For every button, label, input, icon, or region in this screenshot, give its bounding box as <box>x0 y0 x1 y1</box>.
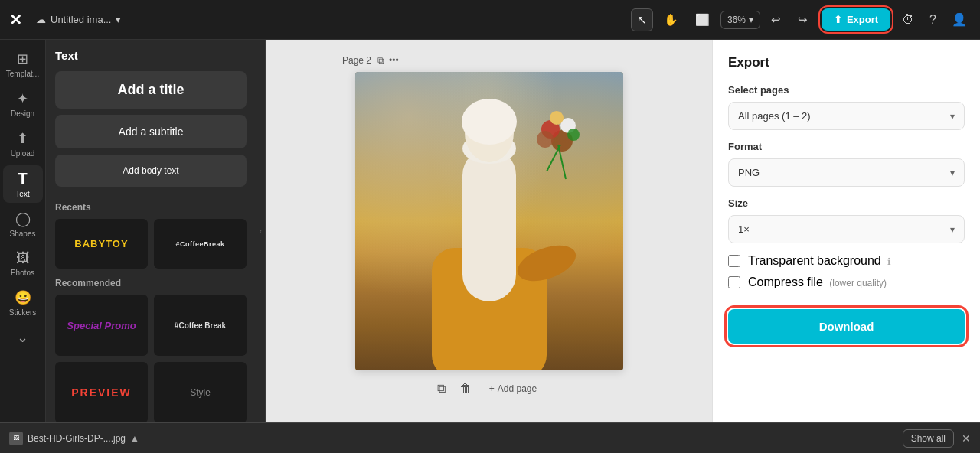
zoom-level: 36% <box>727 15 746 25</box>
coffeebreak-text: #CoffeeBreak <box>175 240 224 248</box>
sidebar-item-templates[interactable]: ⊞ Templat... <box>3 46 43 83</box>
size-dropdown[interactable]: 1× ▾ <box>728 215 965 243</box>
logo: ✕ <box>9 11 22 29</box>
rec-preview[interactable]: PREVIEW <box>55 362 148 422</box>
recommended-grid: Special Promo #Coffee Break PREVIEW Styl… <box>55 295 247 422</box>
other-text: Style <box>190 387 211 398</box>
export-panel: Export Select pages All pages (1 – 2) ▾ … <box>712 40 980 422</box>
panel-collapse-handle[interactable]: ‹ <box>256 40 266 422</box>
bottom-chevron-up[interactable]: ▲ <box>130 433 139 444</box>
sidebar-item-design[interactable]: ✦ Design <box>3 86 43 122</box>
recents-label: Recents <box>55 202 247 213</box>
main-area: ⊞ Templat... ✦ Design ⬆ Upload T Text ◯ … <box>0 40 980 422</box>
upload-icon: ⬆ <box>17 130 28 147</box>
sidebar-label-photos: Photos <box>11 269 34 277</box>
copy-page-icon[interactable]: ⧉ <box>377 55 384 66</box>
text-panel-title: Text <box>55 49 247 62</box>
zoom-chevron: ▾ <box>749 15 753 25</box>
add-page-icon: + <box>489 383 495 394</box>
close-bottom-btn[interactable]: ✕ <box>962 432 971 445</box>
select-pages-value: All pages (1 – 2) <box>738 110 811 122</box>
export-label: Export <box>847 14 878 25</box>
rec-special-promo[interactable]: Special Promo <box>55 295 148 356</box>
svg-line-14 <box>547 145 560 171</box>
add-body-btn[interactable]: Add body text <box>55 155 247 187</box>
canvas-area: Page 2 ⧉ ••• <box>266 40 712 422</box>
recommended-label: Recommended <box>55 278 247 288</box>
hand-tool-btn[interactable]: ✋ <box>658 8 684 31</box>
preview-text: PREVIEW <box>71 386 132 399</box>
export-button[interactable]: ⬆ Export <box>822 8 890 31</box>
format-dropdown[interactable]: PNG ▾ <box>728 158 965 187</box>
delete-page-btn[interactable]: 🗑 <box>456 378 475 399</box>
format-chevron: ▾ <box>950 168 955 178</box>
sidebar-item-shapes[interactable]: ◯ Shapes <box>3 206 43 243</box>
transparent-bg-checkbox[interactable] <box>728 255 740 267</box>
cloud-icon: ☁ <box>36 14 46 25</box>
select-pages-label: Select pages <box>728 84 965 96</box>
rec-coffeebreak[interactable]: #Coffee Break <box>154 295 247 356</box>
sidebar-label-templates: Templat... <box>6 70 39 78</box>
account-btn[interactable]: 👤 <box>948 8 971 31</box>
size-value: 1× <box>738 223 750 235</box>
size-label: Size <box>728 197 965 209</box>
compress-file-row: Compress file (lower quality) <box>728 275 965 289</box>
canvas-wrapper[interactable] <box>355 72 623 370</box>
coffeebreak-rec-text: #Coffee Break <box>175 321 226 330</box>
compress-file-checkbox[interactable] <box>728 276 740 288</box>
shapes-icon: ◯ <box>15 210 31 227</box>
export-icon: ⬆ <box>834 14 842 25</box>
format-value: PNG <box>738 167 760 178</box>
svg-point-6 <box>462 99 517 145</box>
help-btn[interactable]: ? <box>926 9 940 31</box>
toolbar-tools: ↖ ✋ ⬜ 36% ▾ ↩ ↪ <box>631 8 814 31</box>
frame-tool-btn[interactable]: ⬜ <box>689 8 716 31</box>
compress-sublabel: (lower quality) <box>829 278 887 288</box>
compress-file-label[interactable]: Compress file (lower quality) <box>748 275 887 289</box>
recent-babytoy[interactable]: BABYTOY <box>55 219 148 269</box>
sidebar-label-stickers: Stickers <box>9 308 37 317</box>
undo-btn[interactable]: ↩ <box>765 8 787 31</box>
export-title: Export <box>728 55 965 70</box>
figure-svg <box>355 72 623 370</box>
transparent-bg-info-icon[interactable]: ℹ <box>887 256 891 267</box>
zoom-control[interactable]: 36% ▾ <box>720 11 760 29</box>
rec-other[interactable]: Style <box>154 362 247 422</box>
sidebar-item-more[interactable]: ⌄ <box>3 324 43 350</box>
sidebar-label-upload: Upload <box>11 149 35 158</box>
file-name: Untitled ima... <box>51 14 111 25</box>
add-title-btn[interactable]: Add a title <box>55 71 247 109</box>
sidebar-item-upload[interactable]: ⬆ Upload <box>3 125 43 162</box>
page-label-icons: ⧉ ••• <box>377 55 399 66</box>
transparent-bg-label[interactable]: Transparent background ℹ <box>748 254 891 268</box>
recent-coffeebreak[interactable]: #CoffeeBreak <box>154 219 247 269</box>
sidebar-item-photos[interactable]: 🖼 Photos <box>3 246 43 282</box>
sidebar-label-shapes: Shapes <box>10 230 36 238</box>
topbar: ✕ ☁ Untitled ima... ▾ ↖ ✋ ⬜ 36% ▾ ↩ ↪ ⬆ … <box>0 0 980 40</box>
add-subtitle-btn[interactable]: Add a subtitle <box>55 115 247 148</box>
select-pages-dropdown[interactable]: All pages (1 – 2) ▾ <box>728 102 965 130</box>
page-label-row: Page 2 ⧉ ••• <box>342 55 399 66</box>
add-page-btn[interactable]: + Add page <box>482 380 544 398</box>
bottom-file-icon: 🖼 <box>9 432 23 445</box>
file-dropdown-icon: ▾ <box>116 14 121 25</box>
more-page-icon[interactable]: ••• <box>389 55 399 66</box>
photos-icon: 🖼 <box>16 250 30 266</box>
sidebar-item-text[interactable]: T Text <box>3 165 43 203</box>
download-button[interactable]: Download <box>728 309 965 344</box>
select-pages-chevron: ▾ <box>950 111 955 122</box>
sidebar-item-stickers[interactable]: 😀 Stickers <box>3 285 43 321</box>
select-tool-btn[interactable]: ↖ <box>631 8 653 31</box>
recents-grid: BABYTOY #CoffeeBreak <box>55 219 247 269</box>
file-name-area[interactable]: ☁ Untitled ima... ▾ <box>36 14 121 25</box>
timer-btn[interactable]: ⏱ <box>898 9 918 31</box>
duplicate-page-btn[interactable]: ⧉ <box>433 378 449 399</box>
show-all-button[interactable]: Show all <box>903 429 954 448</box>
templates-icon: ⊞ <box>17 51 28 67</box>
sidebar-label-design: Design <box>11 109 34 118</box>
add-page-label: Add page <box>498 383 537 394</box>
special-promo-text: Special Promo <box>67 320 136 331</box>
format-label: Format <box>728 141 965 152</box>
redo-btn[interactable]: ↪ <box>792 8 814 31</box>
collapse-icon: ‹ <box>260 227 262 236</box>
